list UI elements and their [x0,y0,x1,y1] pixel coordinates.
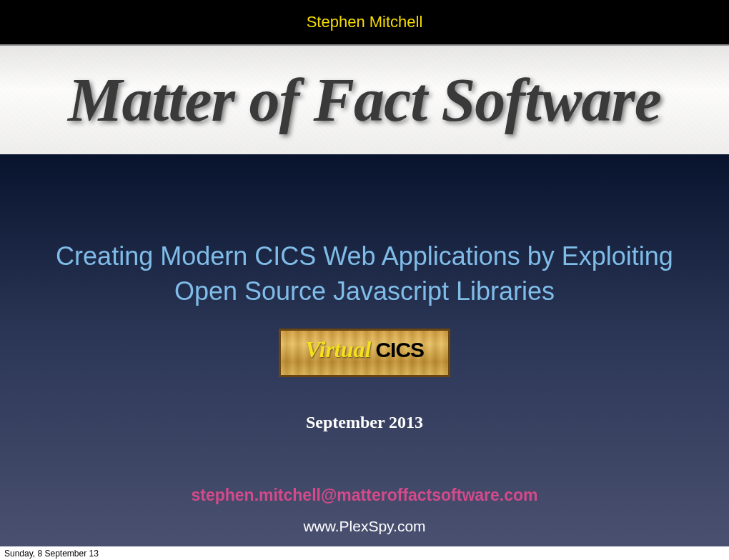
presentation-date: September 2013 [0,413,729,432]
badge-container: Virtual CICS [279,329,450,377]
badge-cics-label: CICS [375,338,424,362]
badge-text: Virtual CICS [305,336,424,363]
author-name: Stephen Mitchell [307,13,423,31]
contact-email: stephen.mitchell@matteroffactsoftware.co… [0,486,729,505]
company-banner: Matter of Fact Software [0,44,729,154]
header-bar: Stephen Mitchell [0,0,729,44]
website-url: www.PlexSpy.com [0,518,729,535]
badge-virtual-label: Virtual [305,336,372,363]
company-name: Matter of Fact Software [68,64,661,136]
slide-container: Stephen Mitchell Matter of Fact Software… [0,0,729,546]
presentation-title: Creating Modern CICS Web Applications by… [29,239,700,309]
footer-print-date: Sunday, 8 September 13 [4,549,99,559]
virtual-cics-badge: Virtual CICS [279,329,450,377]
title-block: Creating Modern CICS Web Applications by… [0,239,729,309]
